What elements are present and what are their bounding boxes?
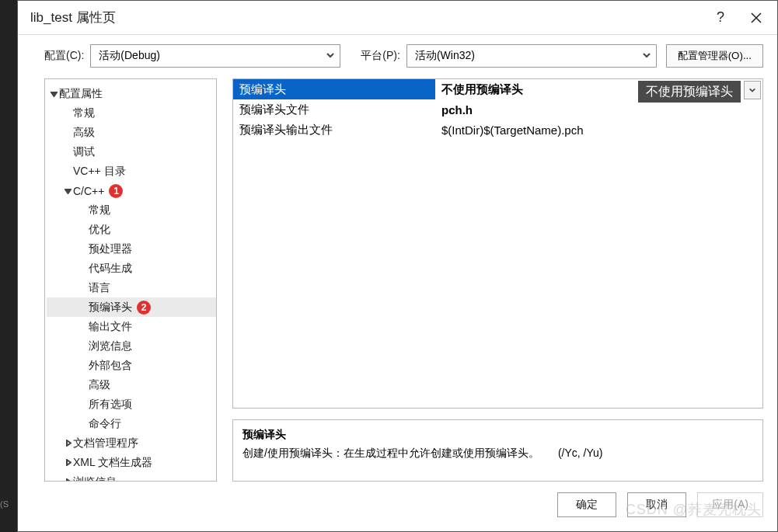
tree-label: 代码生成 — [89, 262, 132, 276]
tree-node[interactable]: VC++ 目录 — [47, 162, 216, 181]
tree-label: 文档管理程序 — [73, 436, 138, 450]
tree-label: 配置属性 — [59, 87, 103, 101]
tree-node[interactable]: 命令行 — [47, 414, 216, 433]
tree-label: 高级 — [73, 126, 95, 140]
prop-name: 预编译头输出文件 — [233, 120, 435, 140]
titlebar: lib_test 属性页 ? — [18, 1, 777, 35]
platform-combo[interactable]: 活动(Win32) — [406, 44, 657, 68]
tree[interactable]: 配置属性 常规 高级 调试 VC++ 目 — [45, 79, 216, 481]
desc-title: 预编译头 — [242, 428, 753, 442]
prop-name: 预编译头 — [233, 79, 435, 99]
platform-label: 平台(P): — [361, 49, 400, 63]
prop-name: 预编译头文件 — [233, 99, 435, 120]
tree-label: 调试 — [73, 145, 95, 159]
chevron-right-icon — [62, 440, 73, 447]
tree-label: 常规 — [73, 106, 95, 120]
ide-hint: (S — [0, 499, 17, 509]
tree-node[interactable]: 语言 — [47, 278, 216, 297]
tree-label: 常规 — [89, 203, 110, 217]
chevron-down-icon — [48, 90, 59, 97]
ok-button[interactable]: 确定 — [557, 492, 616, 517]
tree-panel: 配置属性 常规 高级 调试 VC++ 目 — [44, 78, 217, 482]
tree-label: 浏览信息 — [89, 339, 132, 353]
tree-label: 命令行 — [89, 417, 121, 431]
tree-node[interactable]: 所有选项 — [47, 395, 216, 414]
tree-node[interactable]: 高级 — [47, 375, 216, 395]
desc-text: 创建/使用预编译头：在生成过程中允许创建或使用预编译头。 — [242, 447, 539, 461]
config-bar: 配置(C): 活动(Debug) 平台(P): 活动(Win32) 配置管理器(… — [18, 35, 777, 78]
tree-node[interactable]: 代码生成 — [47, 259, 216, 278]
chevron-right-icon — [62, 459, 73, 466]
tree-node[interactable]: 浏览信息 — [47, 472, 216, 481]
tree-label: 优化 — [89, 223, 110, 237]
platform-value: 活动(Win32) — [415, 49, 475, 63]
tree-node[interactable]: 高级 — [47, 123, 216, 142]
tree-node[interactable]: 文档管理程序 — [47, 433, 216, 453]
property-page-dialog: lib_test 属性页 ? 配置(C): 活动(Debug) 平台(P): 活… — [17, 0, 778, 532]
tree-label: 输出文件 — [89, 320, 132, 334]
apply-button[interactable]: 应用(A) — [697, 492, 763, 517]
config-value: 活动(Debug) — [99, 49, 160, 63]
help-button[interactable]: ? — [703, 1, 738, 35]
tree-node[interactable]: 外部包含 — [47, 356, 216, 375]
tree-label: 浏览信息 — [73, 475, 117, 482]
tree-label: 预编译头 — [89, 301, 132, 315]
chevron-right-icon — [62, 478, 73, 481]
tree-node[interactable]: 配置属性 — [47, 84, 216, 103]
chevron-down-icon — [642, 50, 651, 62]
property-grid: 预编译头 不使用预编译头 3 不使用预编译头 预编译头文件 pch.h — [232, 78, 763, 409]
tree-node[interactable]: 预处理器 — [47, 239, 216, 259]
dialog-title: lib_test 属性页 — [30, 9, 703, 26]
config-manager-button[interactable]: 配置管理器(O)... — [666, 44, 763, 68]
tree-node[interactable]: C/C++ 1 — [47, 181, 216, 200]
prop-value: 不使用预编译头 — [441, 82, 523, 97]
chevron-down-icon — [326, 50, 335, 62]
prop-value: pch.h — [441, 103, 473, 116]
cancel-button[interactable]: 取消 — [627, 492, 686, 517]
tree-node[interactable]: 输出文件 — [47, 317, 216, 336]
tree-label: 高级 — [89, 378, 110, 392]
dialog-buttons: 确定 取消 应用(A) CSDN @荞麦壳枕头 — [18, 482, 777, 531]
prop-value-cell[interactable]: $(IntDir)$(TargetName).pch — [435, 120, 762, 140]
tree-label: 所有选项 — [89, 398, 132, 412]
annotation-badge: 1 — [109, 184, 123, 198]
tree-node[interactable]: XML 文档生成器 — [47, 453, 216, 472]
description-box: 预编译头 创建/使用预编译头：在生成过程中允许创建或使用预编译头。 (/Yc, … — [232, 419, 763, 482]
tree-node[interactable]: 优化 — [47, 220, 216, 239]
tree-node[interactable]: 浏览信息 — [47, 336, 216, 356]
tree-label: C/C++ — [73, 185, 104, 197]
prop-value: $(IntDir)$(TargetName).pch — [441, 123, 584, 137]
tree-label: 预处理器 — [89, 242, 132, 256]
tree-node[interactable]: 预编译头 2 — [47, 297, 216, 317]
tree-label: 外部包含 — [89, 359, 132, 373]
chevron-down-icon — [62, 187, 73, 194]
close-icon — [751, 12, 762, 23]
tree-node[interactable]: 常规 — [47, 200, 216, 220]
tree-label: 语言 — [89, 281, 110, 295]
annotation-badge: 2 — [137, 301, 151, 315]
config-combo[interactable]: 活动(Debug) — [90, 44, 340, 68]
close-button[interactable] — [738, 1, 774, 35]
tree-label: VC++ 目录 — [73, 165, 126, 179]
tree-node[interactable]: 常规 — [47, 103, 216, 123]
tree-node[interactable]: 调试 — [47, 142, 216, 162]
config-label: 配置(C): — [44, 49, 84, 63]
value-tooltip: 不使用预编译头 — [638, 81, 741, 103]
grid-row[interactable]: 预编译头 不使用预编译头 3 不使用预编译头 — [233, 79, 762, 99]
prop-value-cell[interactable]: 不使用预编译头 3 不使用预编译头 — [435, 79, 762, 99]
desc-flags: (/Yc, /Yu) — [558, 447, 603, 461]
grid-row[interactable]: 预编译头输出文件 $(IntDir)$(TargetName).pch — [233, 120, 762, 140]
tree-label: XML 文档生成器 — [73, 456, 152, 470]
dropdown-button[interactable] — [744, 81, 761, 99]
